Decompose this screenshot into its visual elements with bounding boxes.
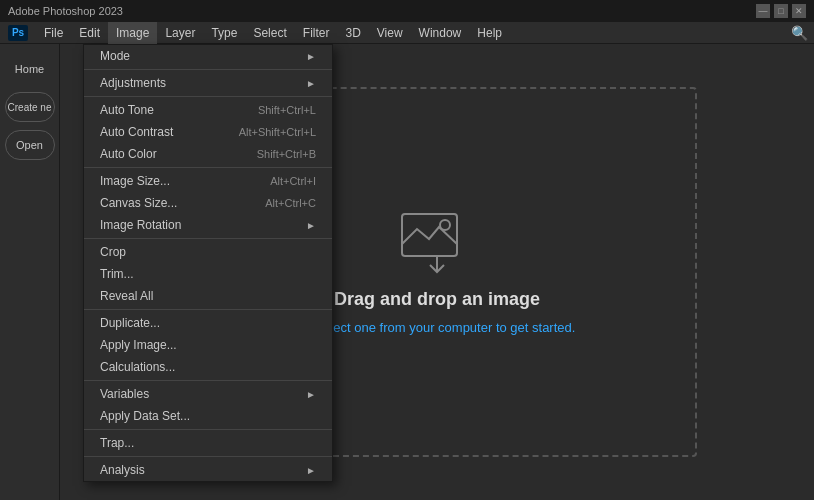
menu-reveal-all-label: Reveal All	[100, 289, 316, 303]
divider-1	[84, 69, 332, 70]
title-bar-title: Adobe Photoshop 2023	[8, 5, 123, 17]
menu-canvas-size[interactable]: Canvas Size... Alt+Ctrl+C	[84, 192, 332, 214]
divider-3	[84, 167, 332, 168]
menu-reveal-all[interactable]: Reveal All	[84, 285, 332, 307]
menu-mode-label: Mode	[100, 49, 306, 63]
menu-canvas-size-shortcut: Alt+Ctrl+C	[265, 197, 316, 209]
open-button[interactable]: Open	[5, 130, 55, 160]
menu-auto-contrast-label: Auto Contrast	[100, 125, 239, 139]
menu-adjustments-label: Adjustments	[100, 76, 306, 90]
menu-auto-color-label: Auto Color	[100, 147, 257, 161]
menu-canvas-size-label: Canvas Size...	[100, 196, 265, 210]
divider-5	[84, 309, 332, 310]
create-new-button[interactable]: Create ne	[5, 92, 55, 122]
divider-2	[84, 96, 332, 97]
menu-item-type[interactable]: Type	[203, 22, 245, 44]
menu-item-edit[interactable]: Edit	[71, 22, 108, 44]
menu-analysis-label: Analysis	[100, 463, 306, 477]
ps-logo-box: Ps	[8, 25, 28, 41]
title-bar-left: Adobe Photoshop 2023	[8, 5, 123, 17]
search-icon[interactable]: 🔍	[788, 22, 810, 44]
menu-item-select[interactable]: Select	[245, 22, 294, 44]
menu-item-image[interactable]: Image	[108, 22, 157, 44]
menu-crop[interactable]: Crop	[84, 241, 332, 263]
divider-4	[84, 238, 332, 239]
menu-duplicate[interactable]: Duplicate...	[84, 312, 332, 334]
menu-variables-arrow: ►	[306, 389, 316, 400]
title-bar: Adobe Photoshop 2023 — □ ✕	[0, 0, 814, 22]
maximize-button[interactable]: □	[774, 4, 788, 18]
menu-variables-label: Variables	[100, 387, 306, 401]
menu-item-layer[interactable]: Layer	[157, 22, 203, 44]
home-button[interactable]: Home	[5, 54, 55, 84]
menu-apply-data-set-label: Apply Data Set...	[100, 409, 316, 423]
menu-analysis[interactable]: Analysis ►	[84, 459, 332, 481]
menu-item-file[interactable]: File	[36, 22, 71, 44]
menu-auto-tone[interactable]: Auto Tone Shift+Ctrl+L	[84, 99, 332, 121]
menu-apply-image[interactable]: Apply Image...	[84, 334, 332, 356]
minimize-button[interactable]: —	[756, 4, 770, 18]
menu-variables[interactable]: Variables ►	[84, 383, 332, 405]
menu-analysis-arrow: ►	[306, 465, 316, 476]
menu-image-rotation-label: Image Rotation	[100, 218, 306, 232]
menu-trim[interactable]: Trim...	[84, 263, 332, 285]
menu-auto-tone-label: Auto Tone	[100, 103, 258, 117]
menu-auto-tone-shortcut: Shift+Ctrl+L	[258, 104, 316, 116]
drop-subtitle-suffix: from your computer to get started.	[376, 320, 575, 335]
menu-auto-contrast[interactable]: Auto Contrast Alt+Shift+Ctrl+L	[84, 121, 332, 143]
menu-duplicate-label: Duplicate...	[100, 316, 316, 330]
ps-logo: Ps	[4, 22, 32, 44]
menu-item-window[interactable]: Window	[411, 22, 470, 44]
menu-bar: Ps File Edit Image Layer Type Select Fil…	[0, 22, 814, 44]
menu-image-size-shortcut: Alt+Ctrl+I	[270, 175, 316, 187]
menu-image-rotation[interactable]: Image Rotation ►	[84, 214, 332, 236]
menu-mode[interactable]: Mode ►	[84, 45, 332, 67]
menu-mode-arrow: ►	[306, 51, 316, 62]
divider-6	[84, 380, 332, 381]
dropdown-overlay: Mode ► Adjustments ► Auto Tone Shift+Ctr…	[83, 44, 333, 482]
menu-adjustments-arrow: ►	[306, 78, 316, 89]
menu-auto-color[interactable]: Auto Color Shift+Ctrl+B	[84, 143, 332, 165]
menu-trap[interactable]: Trap...	[84, 432, 332, 454]
menu-image-rotation-arrow: ►	[306, 220, 316, 231]
svg-point-1	[440, 220, 450, 230]
image-dropdown-menu: Mode ► Adjustments ► Auto Tone Shift+Ctr…	[83, 44, 333, 482]
close-button[interactable]: ✕	[792, 4, 806, 18]
drop-title: Drag and drop an image	[334, 289, 540, 310]
menu-adjustments[interactable]: Adjustments ►	[84, 72, 332, 94]
menu-auto-color-shortcut: Shift+Ctrl+B	[257, 148, 316, 160]
left-sidebar: Home Create ne Open	[0, 44, 60, 500]
menu-apply-image-label: Apply Image...	[100, 338, 316, 352]
menu-calculations[interactable]: Calculations...	[84, 356, 332, 378]
menu-auto-contrast-shortcut: Alt+Shift+Ctrl+L	[239, 126, 316, 138]
divider-7	[84, 429, 332, 430]
drop-icon	[397, 209, 477, 279]
menu-item-filter[interactable]: Filter	[295, 22, 338, 44]
title-bar-controls[interactable]: — □ ✕	[756, 4, 806, 18]
divider-8	[84, 456, 332, 457]
menu-calculations-label: Calculations...	[100, 360, 316, 374]
menu-item-help[interactable]: Help	[469, 22, 510, 44]
menu-apply-data-set[interactable]: Apply Data Set...	[84, 405, 332, 427]
menu-trim-label: Trim...	[100, 267, 316, 281]
menu-trap-label: Trap...	[100, 436, 316, 450]
menu-image-size[interactable]: Image Size... Alt+Ctrl+I	[84, 170, 332, 192]
menu-item-3d[interactable]: 3D	[337, 22, 368, 44]
menu-crop-label: Crop	[100, 245, 316, 259]
menu-item-view[interactable]: View	[369, 22, 411, 44]
menu-image-size-label: Image Size...	[100, 174, 270, 188]
drop-subtitle: Or select one from your computer to get …	[299, 320, 576, 335]
